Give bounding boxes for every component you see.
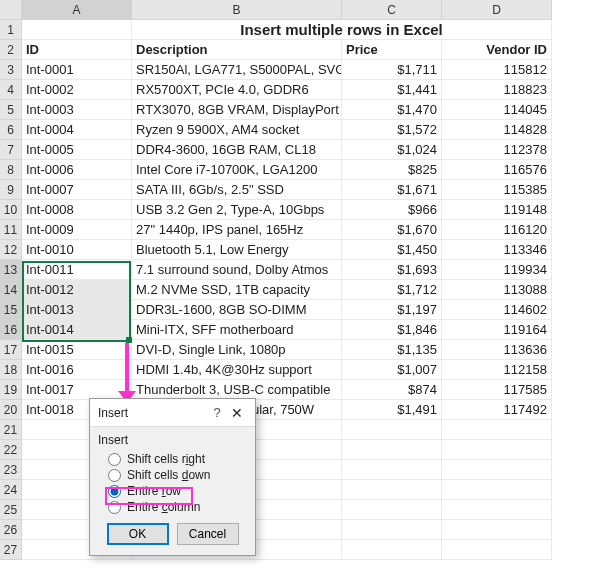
row-header-7[interactable]: 7 bbox=[0, 140, 22, 160]
cell-empty-25-3[interactable] bbox=[442, 500, 552, 520]
header-id[interactable]: ID bbox=[22, 40, 132, 60]
row-header-14[interactable]: 14 bbox=[0, 280, 22, 300]
col-header-B[interactable]: B bbox=[132, 0, 342, 20]
cell-desc-18[interactable]: HDMI 1.4b, 4K@30Hz support bbox=[132, 360, 342, 380]
option-entire-row[interactable]: Entire row bbox=[98, 483, 247, 499]
page-title[interactable]: Insert multiple rows in Excel bbox=[132, 20, 552, 40]
cell-id-16[interactable]: Int-0014 bbox=[22, 320, 132, 340]
header-vendor[interactable]: Vendor ID bbox=[442, 40, 552, 60]
cell-price-18[interactable]: $1,007 bbox=[342, 360, 442, 380]
cell-empty-26-3[interactable] bbox=[442, 520, 552, 540]
row-header-27[interactable]: 27 bbox=[0, 540, 22, 560]
cell-vendor-17[interactable]: 113636 bbox=[442, 340, 552, 360]
row-header-3[interactable]: 3 bbox=[0, 60, 22, 80]
radio-shift-right[interactable] bbox=[108, 453, 121, 466]
row-header-23[interactable]: 23 bbox=[0, 460, 22, 480]
row-header-11[interactable]: 11 bbox=[0, 220, 22, 240]
row-header-22[interactable]: 22 bbox=[0, 440, 22, 460]
cell-desc-5[interactable]: RTX3070, 8GB VRAM, DisplayPort bbox=[132, 100, 342, 120]
cell-id-11[interactable]: Int-0009 bbox=[22, 220, 132, 240]
row-header-24[interactable]: 24 bbox=[0, 480, 22, 500]
col-header-A[interactable]: A bbox=[22, 0, 132, 20]
cell-price-15[interactable]: $1,197 bbox=[342, 300, 442, 320]
cell-price-11[interactable]: $1,670 bbox=[342, 220, 442, 240]
cell-desc-14[interactable]: M.2 NVMe SSD, 1TB capacity bbox=[132, 280, 342, 300]
cell-empty-25-2[interactable] bbox=[342, 500, 442, 520]
cell-price-19[interactable]: $874 bbox=[342, 380, 442, 400]
cell-vendor-12[interactable]: 113346 bbox=[442, 240, 552, 260]
cell-desc-13[interactable]: 7.1 surround sound, Dolby Atmos bbox=[132, 260, 342, 280]
cell-empty-21-2[interactable] bbox=[342, 420, 442, 440]
cell-price-20[interactable]: $1,491 bbox=[342, 400, 442, 420]
cell-id-9[interactable]: Int-0007 bbox=[22, 180, 132, 200]
cell-vendor-9[interactable]: 115385 bbox=[442, 180, 552, 200]
cell-A1[interactable] bbox=[22, 20, 132, 40]
row-header-2[interactable]: 2 bbox=[0, 40, 22, 60]
cell-id-5[interactable]: Int-0003 bbox=[22, 100, 132, 120]
col-header-D[interactable]: D bbox=[442, 0, 552, 20]
cell-price-14[interactable]: $1,712 bbox=[342, 280, 442, 300]
cell-id-18[interactable]: Int-0016 bbox=[22, 360, 132, 380]
row-header-19[interactable]: 19 bbox=[0, 380, 22, 400]
cell-id-15[interactable]: Int-0013 bbox=[22, 300, 132, 320]
row-header-21[interactable]: 21 bbox=[0, 420, 22, 440]
row-header-10[interactable]: 10 bbox=[0, 200, 22, 220]
cell-price-6[interactable]: $1,572 bbox=[342, 120, 442, 140]
cell-price-8[interactable]: $825 bbox=[342, 160, 442, 180]
cell-empty-21-3[interactable] bbox=[442, 420, 552, 440]
cell-vendor-18[interactable]: 112158 bbox=[442, 360, 552, 380]
cell-empty-27-3[interactable] bbox=[442, 540, 552, 560]
col-header-C[interactable]: C bbox=[342, 0, 442, 20]
cell-vendor-14[interactable]: 113088 bbox=[442, 280, 552, 300]
radio-entire-row[interactable] bbox=[108, 485, 121, 498]
cell-id-19[interactable]: Int-0017 bbox=[22, 380, 132, 400]
radio-entire-column[interactable] bbox=[108, 501, 121, 514]
option-shift-down[interactable]: Shift cells down bbox=[98, 467, 247, 483]
row-header-16[interactable]: 16 bbox=[0, 320, 22, 340]
header-desc[interactable]: Description bbox=[132, 40, 342, 60]
cell-desc-4[interactable]: RX5700XT, PCIe 4.0, GDDR6 bbox=[132, 80, 342, 100]
close-button[interactable]: ✕ bbox=[225, 405, 249, 421]
cell-price-16[interactable]: $1,846 bbox=[342, 320, 442, 340]
cell-id-8[interactable]: Int-0006 bbox=[22, 160, 132, 180]
cell-empty-24-2[interactable] bbox=[342, 480, 442, 500]
option-shift-right[interactable]: Shift cells right bbox=[98, 451, 247, 467]
cell-vendor-13[interactable]: 119934 bbox=[442, 260, 552, 280]
cell-desc-7[interactable]: DDR4-3600, 16GB RAM, CL18 bbox=[132, 140, 342, 160]
select-all-corner[interactable] bbox=[0, 0, 22, 20]
row-header-8[interactable]: 8 bbox=[0, 160, 22, 180]
cell-price-12[interactable]: $1,450 bbox=[342, 240, 442, 260]
row-header-26[interactable]: 26 bbox=[0, 520, 22, 540]
row-header-15[interactable]: 15 bbox=[0, 300, 22, 320]
cell-vendor-5[interactable]: 114045 bbox=[442, 100, 552, 120]
cell-price-9[interactable]: $1,671 bbox=[342, 180, 442, 200]
cell-price-17[interactable]: $1,135 bbox=[342, 340, 442, 360]
cell-vendor-15[interactable]: 114602 bbox=[442, 300, 552, 320]
cell-price-7[interactable]: $1,024 bbox=[342, 140, 442, 160]
cell-desc-16[interactable]: Mini-ITX, SFF motherboard bbox=[132, 320, 342, 340]
cell-price-3[interactable]: $1,711 bbox=[342, 60, 442, 80]
cell-id-3[interactable]: Int-0001 bbox=[22, 60, 132, 80]
cell-empty-27-2[interactable] bbox=[342, 540, 442, 560]
row-header-25[interactable]: 25 bbox=[0, 500, 22, 520]
cell-desc-15[interactable]: DDR3L-1600, 8GB SO-DIMM bbox=[132, 300, 342, 320]
cell-id-13[interactable]: Int-0011 bbox=[22, 260, 132, 280]
cell-desc-12[interactable]: Bluetooth 5.1, Low Energy bbox=[132, 240, 342, 260]
cell-desc-10[interactable]: USB 3.2 Gen 2, Type-A, 10Gbps bbox=[132, 200, 342, 220]
row-header-6[interactable]: 6 bbox=[0, 120, 22, 140]
cell-vendor-4[interactable]: 118823 bbox=[442, 80, 552, 100]
cell-id-4[interactable]: Int-0002 bbox=[22, 80, 132, 100]
cell-price-4[interactable]: $1,441 bbox=[342, 80, 442, 100]
cell-vendor-11[interactable]: 116120 bbox=[442, 220, 552, 240]
radio-shift-down[interactable] bbox=[108, 469, 121, 482]
cancel-button[interactable]: Cancel bbox=[177, 523, 239, 545]
cell-vendor-10[interactable]: 119148 bbox=[442, 200, 552, 220]
cell-id-10[interactable]: Int-0008 bbox=[22, 200, 132, 220]
cell-empty-26-2[interactable] bbox=[342, 520, 442, 540]
help-button[interactable]: ? bbox=[209, 405, 225, 420]
cell-vendor-16[interactable]: 119164 bbox=[442, 320, 552, 340]
row-header-13[interactable]: 13 bbox=[0, 260, 22, 280]
cell-desc-8[interactable]: Intel Core i7-10700K, LGA1200 bbox=[132, 160, 342, 180]
cell-vendor-20[interactable]: 117492 bbox=[442, 400, 552, 420]
cell-empty-22-3[interactable] bbox=[442, 440, 552, 460]
